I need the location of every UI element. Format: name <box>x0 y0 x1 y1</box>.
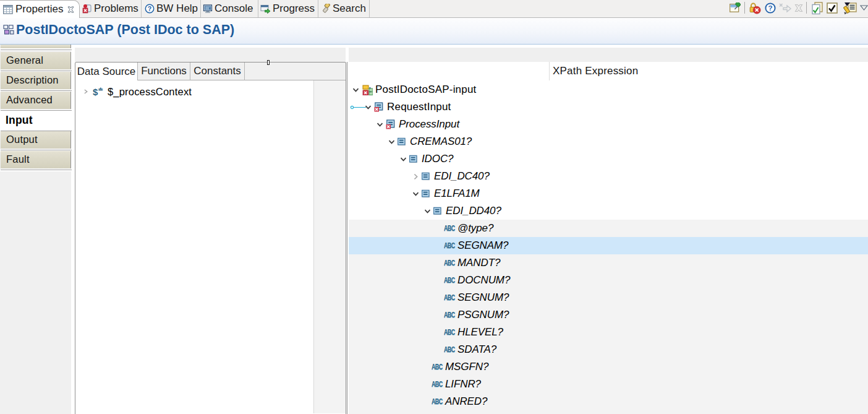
svg-text:?: ? <box>148 5 151 12</box>
svg-text:?: ? <box>768 4 772 12</box>
